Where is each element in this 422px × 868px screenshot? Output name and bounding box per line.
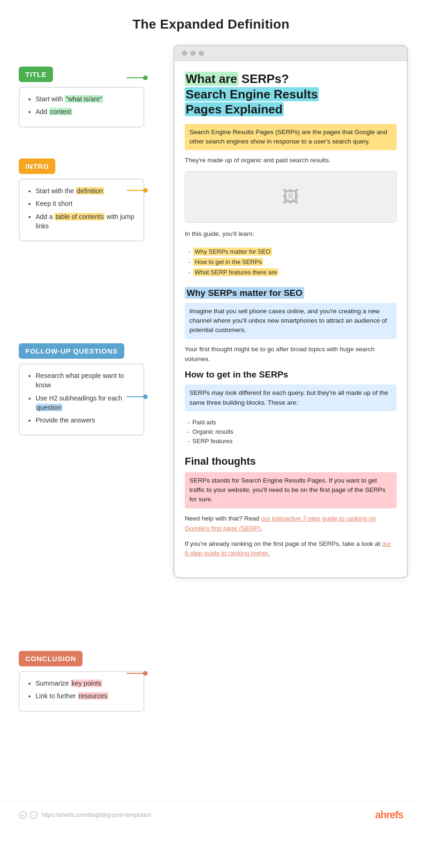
- page-title: The Expanded Definition: [0, 0, 422, 45]
- title-item-2: Add context: [36, 107, 136, 116]
- conclusion-card: Summarize key points Link to further res…: [19, 671, 144, 712]
- h2-get-serps: How to get in the SERPs: [185, 370, 397, 380]
- toc-item-2: - How to get in the SERPs: [188, 258, 397, 266]
- hl-what-is: "what is/are": [65, 95, 103, 103]
- image-placeholder: 🖼: [185, 171, 397, 223]
- cc-icon: cc: [19, 811, 27, 819]
- title-serps: SERPs?: [241, 72, 289, 86]
- label-title: TITLE: [19, 67, 53, 82]
- article-title: What are SERPs? Search Engine Results Pa…: [185, 71, 397, 117]
- h2-2-bullets: - Paid ads - Organic results - SERP feat…: [185, 417, 397, 449]
- footer-url: https://ahrefs.com/blog/blog-post-templa…: [42, 812, 151, 818]
- final-h2: Final thoughts: [185, 455, 397, 468]
- sidebar-conclusion-block: CONCLUSION Summarize key points Link to …: [19, 651, 144, 712]
- browser-wrap: What are SERPs? Search Engine Results Pa…: [173, 45, 408, 578]
- h2-serps-matter: Why SERPs matter for SEO: [185, 288, 397, 298]
- hl-definition: definition: [76, 187, 104, 195]
- h2-1-para1: Imagine that you sell phone cases online…: [185, 303, 397, 339]
- title-serp-full: Search Engine Results: [185, 87, 319, 101]
- hl-toc: table of contents: [54, 213, 105, 220]
- browser-dot-1: [182, 51, 187, 56]
- footer: cc i https://ahrefs.com/blog/blog-post-t…: [0, 800, 422, 830]
- conclusion-highlight: SERPs stands for Search Engine Results P…: [185, 472, 397, 508]
- footer-logo: ahrefs: [375, 809, 403, 821]
- intro-item-2: Keep it short: [36, 199, 136, 208]
- main-layout: TITLE Start with "what is/are" Add conte…: [0, 45, 422, 795]
- intro-item-3: Add a table of contents with jump links: [36, 212, 136, 231]
- hl-resources: resources: [78, 692, 108, 700]
- info-icon: i: [30, 811, 38, 819]
- conclusion-item-1: Summarize key points: [36, 679, 136, 688]
- h2-serps-matter-text: Why SERPs matter for SEO: [185, 287, 304, 299]
- conclusion-item-2: Link to further resources: [36, 691, 136, 701]
- label-intro: INTRO: [19, 159, 55, 174]
- toc-item-3: - What SERP features there are: [188, 268, 397, 276]
- hl-key-points: key points: [71, 679, 102, 687]
- h2-get-serps-text: How to get in the SERPs: [185, 370, 288, 379]
- intro-highlight: Search Engine Results Pages (SERPs) are …: [185, 124, 397, 151]
- h2-1-para1-text: Imagine that you sell phone cases online…: [189, 308, 387, 334]
- toc-item-1: - Why SERPs matter for SEO: [188, 248, 397, 256]
- h2-2-para1-text: SERPs may look different for each query,…: [189, 389, 388, 406]
- label-conclusion: CONCLUSION: [19, 651, 83, 666]
- bullet-2-text: Organic results: [192, 428, 233, 435]
- intro-item-1: Start with the definition: [36, 186, 136, 196]
- footer-icons: cc i: [19, 811, 38, 819]
- title-what-are: What are: [185, 72, 238, 86]
- svg-text:cc: cc: [21, 813, 25, 817]
- sidebar-intro-block: INTRO Start with the definition Keep it …: [19, 159, 144, 242]
- browser-dot-2: [190, 51, 196, 56]
- browser-content: What are SERPs? Search Engine Results Pa…: [174, 61, 407, 577]
- sidebar: TITLE Start with "what is/are" Add conte…: [19, 45, 145, 50]
- title-item-1: Start with "what is/are": [36, 94, 136, 104]
- h2-2-para1: SERPs may look different for each query,…: [185, 385, 397, 411]
- browser-dot-3: [199, 51, 204, 56]
- followup-item-1: Research what people want to know: [36, 371, 136, 390]
- bullet-2: - Organic results: [188, 428, 397, 435]
- browser-bar: [174, 46, 407, 61]
- conclusion-para1: Need help with that? Read our interactiv…: [185, 514, 397, 534]
- browser-window: What are SERPs? Search Engine Results Pa…: [173, 45, 408, 578]
- label-followup: FOLLOW-UP QUESTIONS: [19, 343, 124, 359]
- title-card: Start with "what is/are" Add context: [19, 87, 144, 128]
- toc-2-text: How to get in the SERPs: [193, 258, 263, 266]
- bullet-3-text: SERP features: [192, 438, 233, 445]
- title-pages-explained: Pages Explained: [185, 102, 284, 116]
- toc-3-text: What SERP features there are: [193, 268, 278, 276]
- bullet-1-text: Paid ads: [192, 419, 216, 426]
- svg-text:i: i: [33, 813, 34, 817]
- toc-list: - Why SERPs matter for SEO - How to get …: [185, 245, 397, 281]
- conclusion-para2-before: If you're already ranking on the first p…: [185, 540, 382, 547]
- guide-intro: In this guide, you'll learn:: [185, 229, 397, 239]
- conclusion-para1-before: Need help with that? Read: [185, 515, 261, 522]
- footer-left: cc i https://ahrefs.com/blog/blog-post-t…: [19, 811, 151, 819]
- followup-card: Research what people want to know Use H2…: [19, 363, 144, 436]
- intro-highlight-text: Search Engine Results Pages (SERPs) are …: [189, 128, 387, 145]
- intro-card: Start with the definition Keep it short …: [19, 179, 144, 242]
- conclusion-highlight-text: SERPs stands for Search Engine Results P…: [189, 477, 385, 503]
- bullet-1: - Paid ads: [188, 419, 397, 426]
- toc-1-text: Why SERPs matter for SEO: [193, 248, 272, 256]
- conclusion-para2: If you're already ranking on the first p…: [185, 539, 397, 559]
- followup-item-3: Provide the answers: [36, 415, 136, 425]
- hl-question: question: [36, 404, 62, 411]
- sidebar-followup-block: FOLLOW-UP QUESTIONS Research what people…: [19, 343, 144, 436]
- sidebar-title-block: TITLE Start with "what is/are" Add conte…: [19, 67, 144, 128]
- page-wrapper: The Expanded Definition TITLE: [0, 0, 422, 830]
- hl-context: context: [49, 108, 72, 115]
- intro-para: They're made up of organic and paid sear…: [185, 156, 397, 166]
- image-icon: 🖼: [282, 187, 299, 207]
- h2-1-para2: Your first thought might be to go after …: [185, 345, 397, 364]
- bullet-3: - SERP features: [188, 438, 397, 445]
- followup-item-2: Use H2 subheadings for each question: [36, 393, 136, 413]
